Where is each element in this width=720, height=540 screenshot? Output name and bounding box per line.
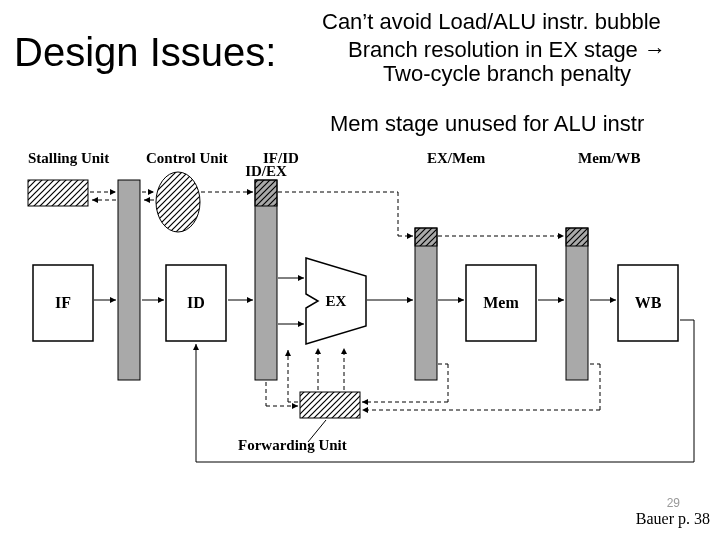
svg-point-2	[156, 172, 200, 232]
svg-text:IF: IF	[55, 294, 71, 311]
label-control-unit: Control Unit	[146, 150, 228, 167]
svg-rect-6	[415, 228, 437, 246]
label-ex-mem: EX/Mem	[427, 150, 485, 167]
svg-text:Forwarding Unit: Forwarding Unit	[238, 437, 347, 453]
citation: Bauer p. 38	[636, 510, 710, 528]
bullet-load-alu: Can’t avoid Load/ALU instr. bubble	[322, 10, 661, 34]
bullet-branch-resolution: Branch resolution in EX stage → Two-cycl…	[342, 38, 672, 86]
label-mem-wb: Mem/WB	[578, 150, 640, 167]
bullet-mem-unused: Mem stage unused for ALU instr	[330, 112, 644, 136]
svg-rect-1	[118, 180, 140, 380]
svg-rect-18	[300, 392, 360, 418]
label-if-id: IF/ID	[263, 150, 299, 167]
pipeline-diagram: Stalling Unit Control Unit IF/ID EX/Mem …	[18, 150, 702, 480]
svg-rect-8	[566, 228, 588, 246]
svg-rect-0	[28, 180, 88, 206]
svg-text:ID: ID	[187, 294, 205, 311]
page-number: 29	[667, 496, 680, 510]
svg-rect-7	[566, 228, 588, 380]
label-stalling-unit: Stalling Unit	[28, 150, 109, 167]
svg-text:Mem: Mem	[483, 294, 519, 311]
pipeline-svg: IF ID EX Mem WB Forwarding Unit	[18, 150, 702, 480]
svg-rect-3	[255, 180, 277, 380]
svg-rect-5	[415, 228, 437, 380]
slide-title: Design Issues:	[14, 30, 276, 75]
svg-text:EX: EX	[326, 293, 347, 309]
svg-text:WB: WB	[635, 294, 662, 311]
svg-rect-4	[255, 180, 277, 206]
